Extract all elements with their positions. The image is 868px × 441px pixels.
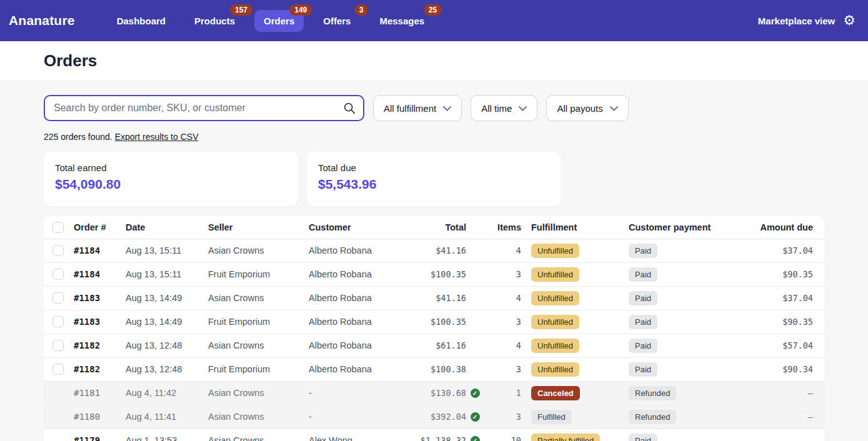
order-total: $41.16 [436,245,466,255]
order-seller: Fruit Emporium [208,262,309,286]
select-all-checkbox[interactable] [52,222,64,233]
order-number: #1179 [74,429,126,441]
column-header-total: Total [419,216,484,239]
nav-badge-messages: 25 [424,4,442,16]
fulfillment-status-badge: Canceled [531,386,580,400]
payment-status-badge: Paid [629,362,657,377]
nav-badge-products: 157 [230,4,252,16]
total-earned-label: Total earned [55,162,287,173]
column-header-amount-due: Amount due [725,216,824,239]
payment-status-badge: Paid [629,339,657,353]
row-checkbox[interactable] [52,245,64,256]
nav-badge-offers: 3 [354,4,369,16]
time-filter-dropdown[interactable]: All time [471,95,537,121]
search-field-wrap [44,95,364,121]
total-earned-value: $54,090.80 [55,177,287,192]
payment-status-badge: Paid [629,434,657,441]
order-items-count: 3 [484,357,521,381]
order-seller: Asian Crowns [208,286,309,310]
order-seller: Fruit Emporium [208,310,309,334]
fulfillment-status-badge: Unfulfilled [531,315,579,329]
fulfillment-filter-dropdown[interactable]: All fulfillment [373,95,462,121]
row-checkbox[interactable] [52,316,64,327]
order-items-count: 4 [484,286,521,310]
order-amount-due: $90.35 [725,310,824,334]
nav-item-messages[interactable]: Messages 25 [370,10,434,32]
total-earned-card: Total earned $54,090.80 [44,152,298,206]
row-checkbox[interactable] [52,269,64,280]
order-items-count: 4 [484,239,521,262]
table-row[interactable]: #1181 Aug 4, 11:42 Asian Crowns - $130.6… [44,381,824,405]
order-date: Aug 13, 12:48 [126,357,208,381]
table-row[interactable]: #1183 Aug 13, 14:49 Asian Crowns Alberto… [44,286,824,310]
order-total: $100.35 [431,269,466,279]
order-amount-due: $90.35 [725,262,824,286]
row-checkbox[interactable] [52,364,64,375]
order-number: #1183 [74,286,126,310]
order-seller: Fruit Emporium [208,357,309,381]
page-title: Orders [44,51,97,71]
total-due-label: Total due [318,162,550,173]
chevron-down-icon [519,106,527,111]
order-items-count: 4 [484,334,521,357]
fulfillment-status-badge: Unfulfilled [531,244,579,258]
table-row[interactable]: #1184 Aug 13, 15:11 Fruit Emporium Alber… [44,262,824,286]
order-items-count: 10 [484,429,521,441]
search-input[interactable] [44,95,364,121]
column-header-order: Order # [74,216,126,239]
nav-item-offers[interactable]: Offers 3 [314,10,360,32]
column-header-fulfillment: Fulfillment [521,216,619,239]
fulfillment-status-badge: Unfulfilled [531,291,579,305]
paid-out-check-icon: ✓ [471,436,480,441]
table-row[interactable]: #1183 Aug 13, 14:49 Fruit Emporium Alber… [44,310,824,334]
payment-status-badge: Paid [629,267,657,282]
table-row[interactable]: #1180 Aug 4, 11:41 Asian Crowns - $392.0… [44,405,824,429]
payment-status-badge: Refunded [629,386,676,400]
row-checkbox[interactable] [52,292,64,304]
export-csv-link[interactable]: Export results to CSV [115,132,199,142]
order-customer: Alberto Robana [309,310,419,334]
paid-out-check-icon: ✓ [471,412,480,422]
fulfillment-status-badge: Fulfilled [531,410,572,424]
payouts-filter-dropdown[interactable]: All payouts [546,95,628,121]
order-total: $100.35 [431,317,466,327]
page-header: Orders [0,41,868,80]
total-due-card: Total due $5,543.96 [307,152,561,206]
column-header-seller: Seller [208,216,309,239]
order-date: Aug 1, 13:53 [126,429,208,441]
results-summary: 225 orders found. Export results to CSV [44,132,824,142]
order-seller: Asian Crowns [208,334,309,357]
marketplace-view-label[interactable]: Marketplace view [758,16,835,26]
nav-item-products[interactable]: Products 157 [185,10,244,32]
table-row[interactable]: #1179 Aug 1, 13:53 Asian Crowns Alex Won… [44,429,824,441]
gear-icon[interactable]: ⚙ [843,14,856,27]
orders-count: 225 orders found. [44,132,112,142]
order-items-count: 1 [484,381,521,405]
order-items-count: 3 [484,310,521,334]
paid-out-check-icon: ✓ [471,389,480,398]
order-seller: Asian Crowns [208,405,309,429]
order-number: #1182 [74,334,126,357]
payment-status-badge: Paid [629,244,657,258]
fulfillment-status-badge: Unfulfilled [531,267,579,282]
summary-cards: Total earned $54,090.80 Total due $5,543… [44,152,824,206]
orders-table-body: #1184 Aug 13, 15:11 Asian Crowns Alberto… [44,239,824,441]
top-navbar: Ananature Dashboard Products 157 Orders … [0,0,868,41]
nav-item-orders[interactable]: Orders 149 [254,10,304,32]
row-checkbox[interactable] [52,340,64,351]
table-row[interactable]: #1184 Aug 13, 15:11 Asian Crowns Alberto… [44,239,824,262]
order-number: #1184 [74,262,126,286]
column-header-items: Items [484,216,521,239]
order-date: Aug 4, 11:42 [126,381,208,405]
order-total: $1,138.32 [421,435,466,441]
order-seller: Asian Crowns [208,381,309,405]
table-row[interactable]: #1182 Aug 13, 12:48 Fruit Emporium Alber… [44,357,824,381]
nav-item-dashboard[interactable]: Dashboard [107,10,175,32]
order-customer: Alberto Robana [309,239,419,262]
order-date: Aug 13, 15:11 [126,239,208,262]
order-customer: Alex Wong [309,429,419,441]
payment-status-badge: Paid [629,291,657,305]
nav-badge-orders: 149 [289,4,312,16]
table-row[interactable]: #1182 Aug 13, 12:48 Asian Crowns Alberto… [44,334,824,357]
order-total: $130.68 [431,388,466,398]
